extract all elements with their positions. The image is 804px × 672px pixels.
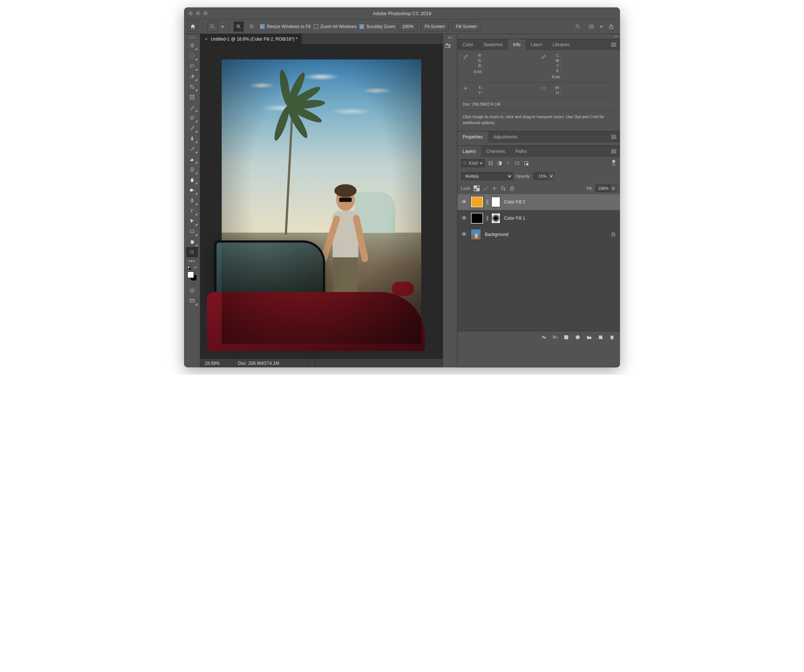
eyedropper-tool[interactable] <box>186 102 198 113</box>
resize-windows-checkbox[interactable]: ✓ Resize Windows to Fit <box>260 24 311 29</box>
swap-colors-icon[interactable] <box>187 266 191 270</box>
traffic-zoom[interactable] <box>203 11 208 16</box>
zoom-out-button[interactable] <box>247 21 257 32</box>
collapse-panels[interactable] <box>458 34 620 39</box>
quick-selection-tool[interactable] <box>186 71 198 82</box>
link-layers-icon[interactable] <box>541 334 547 340</box>
blend-mode-select[interactable]: Multiply <box>461 172 513 180</box>
status-docsize[interactable]: Doc: 206.9M/274.1M <box>234 359 307 367</box>
fit-screen-button[interactable]: Fit Screen <box>420 22 449 31</box>
color-swatch[interactable] <box>187 271 197 281</box>
opacity-input[interactable] <box>534 173 554 180</box>
layer-row[interactable]: Color Fill 2 <box>458 194 620 210</box>
visibility-toggle[interactable] <box>461 199 467 206</box>
lock-position-icon[interactable] <box>492 185 497 191</box>
move-tool[interactable] <box>186 40 198 51</box>
new-group-icon[interactable] <box>587 334 592 340</box>
filter-type-icon[interactable]: T <box>505 160 511 166</box>
pen-tool[interactable] <box>186 195 198 206</box>
search-button[interactable] <box>573 21 583 32</box>
visibility-toggle[interactable] <box>461 215 467 222</box>
tab-channels[interactable]: Channels <box>481 146 510 157</box>
canvas[interactable] <box>222 59 421 344</box>
lock-all-icon[interactable] <box>509 185 515 191</box>
zoom-in-button[interactable] <box>234 21 244 32</box>
panel-drag-handle[interactable] <box>185 36 199 39</box>
frame-tool[interactable] <box>186 92 198 102</box>
foreground-color[interactable] <box>187 271 194 278</box>
layer-name[interactable]: Color Fill 2 <box>504 199 525 205</box>
filter-shape-icon[interactable] <box>514 160 520 166</box>
panel-menu-button[interactable] <box>608 135 620 139</box>
tab-libraries[interactable]: Libraries <box>547 39 575 50</box>
new-layer-icon[interactable] <box>598 334 603 340</box>
traffic-close[interactable] <box>188 11 193 16</box>
tab-swatches[interactable]: Swatches <box>479 39 508 50</box>
status-menu-chevron-icon[interactable] <box>307 359 315 367</box>
blur-tool[interactable] <box>186 175 198 185</box>
lasso-tool[interactable] <box>186 61 198 71</box>
layer-row[interactable]: Color Fill 1 <box>458 210 620 227</box>
expand-dock-icon[interactable] <box>448 36 453 39</box>
mask-thumbnail[interactable] <box>492 197 500 207</box>
home-button[interactable] <box>188 21 198 32</box>
panel-menu-button[interactable] <box>608 43 620 47</box>
zoom-all-windows-checkbox[interactable]: Zoom All Windows <box>314 24 357 29</box>
lock-artboard-icon[interactable] <box>500 185 506 191</box>
tab-properties[interactable]: Properties <box>458 131 488 142</box>
edit-toolbar-button[interactable]: ••• <box>188 257 196 266</box>
clone-stamp-tool[interactable] <box>186 133 198 144</box>
layer-thumbnail[interactable] <box>471 196 483 207</box>
layer-row[interactable]: Background <box>458 227 620 243</box>
type-tool[interactable]: T <box>186 206 198 216</box>
layer-name[interactable]: Background <box>485 232 508 237</box>
panel-menu-button[interactable] <box>608 150 620 153</box>
zoom-percent-button[interactable]: 100% <box>398 22 418 31</box>
filter-pixel-icon[interactable] <box>488 160 494 166</box>
rectangle-tool[interactable] <box>186 226 198 237</box>
mask-thumbnail[interactable] <box>492 213 500 223</box>
filter-smartobject-icon[interactable] <box>523 160 529 166</box>
traffic-minimize[interactable] <box>196 11 200 16</box>
tab-color[interactable]: Color <box>458 39 479 50</box>
scrubby-zoom-checkbox[interactable]: ✓ Scrubby Zoom <box>360 24 395 29</box>
marquee-tool[interactable] <box>186 51 198 61</box>
close-tab-icon[interactable]: × <box>205 36 208 42</box>
document-tab[interactable]: × Untitled-1 @ 18.6% (Color Fill 2, RGB/… <box>200 34 302 44</box>
workspace-chevron-icon[interactable] <box>599 25 603 28</box>
status-zoom[interactable]: 18.59% <box>200 359 234 367</box>
layer-filter-type[interactable]: Kind <box>461 159 485 167</box>
layer-name[interactable]: Color Fill 1 <box>504 215 525 221</box>
workspace-switcher[interactable] <box>586 21 596 32</box>
tool-preset-chevron-icon[interactable] <box>221 25 224 28</box>
visibility-toggle[interactable] <box>461 231 467 238</box>
healing-brush-tool[interactable] <box>186 113 198 123</box>
eraser-tool[interactable] <box>186 154 198 164</box>
share-button[interactable] <box>606 21 616 32</box>
tool-preset-zoom[interactable] <box>207 21 217 32</box>
quick-mask-button[interactable] <box>186 285 198 296</box>
filter-adjustment-icon[interactable] <box>497 160 502 166</box>
delete-layer-icon[interactable] <box>609 334 615 340</box>
add-mask-icon[interactable] <box>564 334 569 340</box>
lock-transparency-icon[interactable] <box>474 185 480 191</box>
fx-icon[interactable]: fx▾ <box>553 334 557 340</box>
tab-layers[interactable]: Layers <box>458 146 481 157</box>
link-icon[interactable] <box>485 199 489 205</box>
zoom-tool[interactable] <box>186 247 198 257</box>
adjustment-layer-icon[interactable] <box>575 334 580 340</box>
brush-tool[interactable] <box>186 123 198 133</box>
history-dock-icon[interactable] <box>445 43 455 52</box>
link-icon[interactable] <box>485 215 489 221</box>
filter-toggle[interactable] <box>611 159 616 168</box>
default-colors-icon[interactable] <box>193 266 197 270</box>
tab-learn[interactable]: Learn <box>526 39 547 50</box>
history-brush-tool[interactable] <box>186 144 198 154</box>
layer-thumbnail[interactable] <box>471 213 483 224</box>
gradient-tool[interactable] <box>186 164 198 175</box>
tab-adjustments[interactable]: Adjustments <box>488 131 523 142</box>
screen-mode-button[interactable] <box>186 296 198 306</box>
dodge-tool[interactable] <box>186 185 198 195</box>
fill-input[interactable] <box>596 184 616 192</box>
layer-thumbnail[interactable] <box>471 229 481 240</box>
